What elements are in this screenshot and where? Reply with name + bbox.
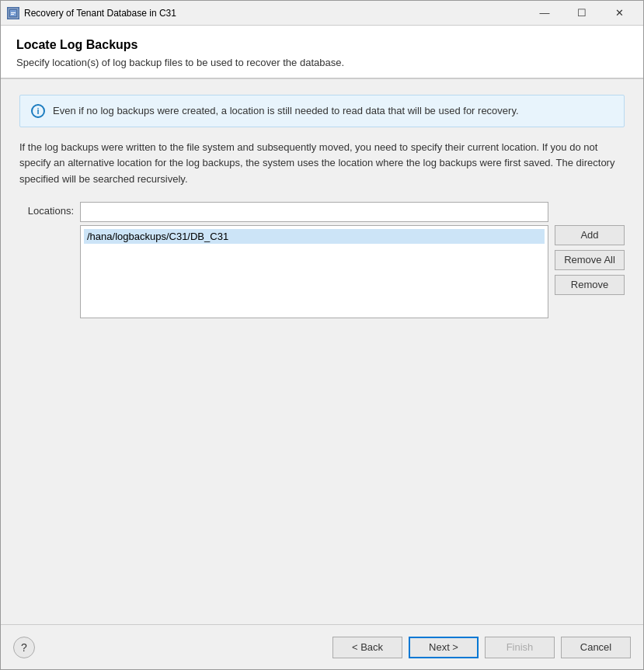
body-section: i Even if no log backups were created, a… [1,79,643,624]
add-button[interactable]: Add [555,225,625,245]
app-icon-svg [8,8,19,19]
page-subtitle: Specify location(s) of log backup files … [16,57,628,68]
next-button[interactable]: Next > [409,637,479,658]
locations-label: Locations: [19,202,74,217]
page-title: Locate Log Backups [16,38,628,52]
remove-all-button[interactable]: Remove All [555,250,625,270]
titlebar: Recovery of Tenant Database in C31 — ☐ ✕ [1,1,643,26]
close-button[interactable]: ✕ [601,2,637,25]
window-title: Recovery of Tenant Database in C31 [24,8,527,19]
back-button[interactable]: < Back [332,637,402,658]
right-buttons: Add Remove All Remove [555,202,625,295]
main-content: Locate Log Backups Specify location(s) o… [1,26,643,624]
svg-rect-2 [11,12,16,13]
svg-rect-3 [11,14,14,15]
locations-input-section: /hana/logbackups/C31/DB_C31 [80,202,548,318]
maximize-button[interactable]: ☐ [564,2,600,25]
window-controls: — ☐ ✕ [527,2,637,25]
footer-left: ? [13,637,35,658]
locations-row: Locations: /hana/logbackups/C31/DB_C31 A… [19,202,625,318]
cancel-button[interactable]: Cancel [561,637,631,658]
help-button[interactable]: ? [13,637,35,658]
list-item[interactable]: /hana/logbackups/C31/DB_C31 [84,229,545,244]
header-section: Locate Log Backups Specify location(s) o… [1,26,643,79]
info-icon: i [31,104,45,118]
footer-right: < Back Next > Finish Cancel [35,637,631,658]
locations-input[interactable] [80,202,548,222]
body-text: If the log backups were written to the f… [19,140,625,188]
footer: ? < Back Next > Finish Cancel [1,624,643,669]
finish-button[interactable]: Finish [485,637,555,658]
app-icon [7,7,19,19]
remove-button[interactable]: Remove [555,275,625,295]
info-text: Even if no log backups were created, a l… [53,103,519,119]
info-box: i Even if no log backups were created, a… [19,95,625,127]
locations-list: /hana/logbackups/C31/DB_C31 [80,225,548,318]
minimize-button[interactable]: — [527,2,562,25]
